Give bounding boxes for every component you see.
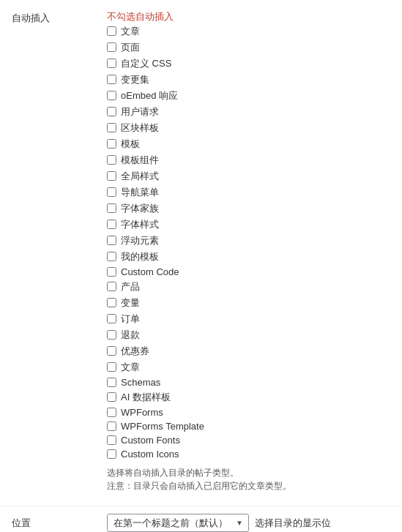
checkbox-item: 浮动元素 — [107, 233, 390, 248]
checkbox-item: 我的模板 — [107, 249, 390, 264]
checkbox-item: 产品 — [107, 279, 390, 294]
checkbox-cb_oembed[interactable] — [107, 91, 116, 100]
checkbox-cb_global_styles[interactable] — [107, 171, 116, 181]
checkbox-label-cb_float_element[interactable]: 浮动元素 — [121, 234, 159, 247]
checkbox-label-cb_user_request[interactable]: 用户请求 — [121, 105, 159, 119]
checkbox-label-cb_global_styles[interactable]: 全局样式 — [121, 170, 159, 183]
checkbox-label-cb_font_face[interactable]: 字体样式 — [121, 218, 159, 231]
checkbox-cb_ai_data[interactable] — [107, 392, 116, 402]
checkbox-cb_article[interactable] — [107, 26, 116, 36]
checkbox-item: 模板 — [107, 136, 390, 151]
position-content: 在第一个标题之前（默认）在第一个标题之后在内容开头在内容末尾 ▼ 选择目录的显示… — [107, 514, 331, 532]
position-select[interactable]: 在第一个标题之前（默认）在第一个标题之后在内容开头在内容末尾 — [107, 514, 249, 532]
checkbox-item: 文章 — [107, 23, 390, 39]
checkbox-label-cb_article[interactable]: 文章 — [121, 25, 140, 38]
checkbox-cb_article2[interactable] — [107, 362, 116, 372]
checkbox-label-cb_font_family[interactable]: 字体家族 — [121, 202, 159, 215]
checkbox-cb_order[interactable] — [107, 314, 116, 323]
checkbox-label-cb_refund[interactable]: 退款 — [121, 329, 140, 342]
no-auto-insert-text: 不勾选自动插入 — [107, 10, 390, 23]
checkbox-cb_user_request[interactable] — [107, 107, 116, 116]
checkbox-label-cb_article2[interactable]: 文章 — [121, 361, 140, 374]
checkbox-item: 页面 — [107, 40, 390, 55]
hint-text-1: 选择将自动插入目录的帖子类型。 注意：目录只会自动插入已启用它的文章类型。 — [107, 466, 390, 492]
checkbox-cb_variation[interactable] — [107, 298, 116, 307]
checkbox-cb_custom_fonts[interactable] — [107, 435, 116, 445]
checkbox-item: 自定义 CSS — [107, 56, 390, 71]
checkbox-label-cb_custom_css[interactable]: 自定义 CSS — [121, 57, 171, 70]
checkbox-label-cb_my_template[interactable]: 我的模板 — [121, 250, 159, 263]
checkbox-cb_custom_icons[interactable] — [107, 449, 116, 459]
checkbox-label-cb_order[interactable]: 订单 — [121, 312, 140, 326]
checkbox-label-cb_changeset[interactable]: 变更集 — [121, 73, 149, 86]
checkbox-cb_product[interactable] — [107, 282, 116, 291]
checkbox-item: 变量 — [107, 295, 390, 310]
checkbox-label-cb_product[interactable]: 产品 — [121, 280, 140, 293]
checkbox-item: 退款 — [107, 327, 390, 342]
checkbox-label-cb_nav_menu[interactable]: 导航菜单 — [121, 186, 159, 199]
checkbox-label-cb_wpforms[interactable]: WPForms — [121, 407, 163, 418]
checkbox-item: 变更集 — [107, 72, 390, 87]
checkbox-label-cb_template_part[interactable]: 模板组件 — [121, 154, 159, 167]
checkbox-label-cb_ai_data[interactable]: AI 数据样板 — [121, 391, 171, 404]
position-section: 位置 在第一个标题之前（默认）在第一个标题之后在内容开头在内容末尾 ▼ 选择目录… — [0, 506, 402, 532]
checkbox-item: 订单 — [107, 311, 390, 326]
checkbox-item: 导航菜单 — [107, 184, 390, 200]
checkbox-item: WPForms Template — [107, 419, 390, 432]
checkbox-label-cb_coupon[interactable]: 优惠券 — [121, 345, 149, 358]
checkbox-cb_my_template[interactable] — [107, 252, 116, 261]
auto-insert-section: 自动插入 不勾选自动插入 文章页面自定义 CSS变更集oEmbed 响应用户请求… — [0, 9, 402, 492]
checkbox-item: 字体家族 — [107, 201, 390, 216]
checkbox-item: Schemas — [107, 375, 390, 389]
checkbox-label-cb_variation[interactable]: 变量 — [121, 296, 140, 310]
checkbox-item: Custom Fonts — [107, 433, 390, 446]
checkbox-item: Custom Icons — [107, 447, 390, 460]
checkbox-cb_template[interactable] — [107, 139, 116, 149]
auto-insert-label: 自动插入 — [12, 9, 107, 25]
checkbox-item: 全局样式 — [107, 168, 390, 184]
checkbox-item: 字体样式 — [107, 217, 390, 232]
checkbox-label-cb_block_template[interactable]: 区块样板 — [121, 121, 159, 135]
checkbox-item: WPForms — [107, 405, 390, 419]
checkbox-cb_refund[interactable] — [107, 330, 116, 340]
checkbox-cb_float_element[interactable] — [107, 236, 116, 245]
position-label: 位置 — [12, 517, 107, 530]
checkbox-item: 文章 — [107, 359, 390, 375]
checkbox-label-cb_template[interactable]: 模板 — [121, 138, 140, 151]
checkbox-item: AI 数据样板 — [107, 389, 390, 405]
checkbox-cb_schemas[interactable] — [107, 378, 116, 387]
checkbox-cb_page[interactable] — [107, 42, 116, 52]
checkbox-item: oEmbed 响应 — [107, 88, 390, 103]
checkbox-cb_coupon[interactable] — [107, 346, 116, 356]
checkbox-item: 模板组件 — [107, 152, 390, 168]
checkbox-item: Custom Code — [107, 265, 390, 278]
checkbox-cb_custom_code[interactable] — [107, 267, 116, 277]
checkbox-label-cb_custom_icons[interactable]: Custom Icons — [121, 449, 179, 460]
checkbox-label-cb_custom_fonts[interactable]: Custom Fonts — [121, 435, 180, 446]
position-select-wrapper: 在第一个标题之前（默认）在第一个标题之后在内容开头在内容末尾 ▼ — [107, 514, 249, 532]
checkbox-item: 优惠券 — [107, 343, 390, 359]
checkbox-cb_custom_css[interactable] — [107, 59, 116, 68]
position-hint: 选择目录的显示位 — [255, 517, 331, 530]
checkbox-label-cb_page[interactable]: 页面 — [121, 41, 140, 54]
checkbox-label-cb_custom_code[interactable]: Custom Code — [121, 266, 179, 277]
checkbox-cb_wpforms[interactable] — [107, 408, 116, 417]
checkbox-cb_block_template[interactable] — [107, 123, 116, 132]
checkbox-cb_font_face[interactable] — [107, 220, 116, 229]
checkbox-list: 文章页面自定义 CSS变更集oEmbed 响应用户请求区块样板模板模板组件全局样… — [107, 23, 390, 460]
checkbox-cb_changeset[interactable] — [107, 75, 116, 84]
checkbox-label-cb_wpforms_template[interactable]: WPForms Template — [121, 421, 204, 432]
checkbox-cb_font_family[interactable] — [107, 203, 116, 213]
checkbox-cb_template_part[interactable] — [107, 155, 116, 165]
checkbox-label-cb_oembed[interactable]: oEmbed 响应 — [121, 89, 178, 102]
checkbox-item: 区块样板 — [107, 120, 390, 135]
checkbox-cb_nav_menu[interactable] — [107, 187, 116, 197]
checkbox-cb_wpforms_template[interactable] — [107, 422, 116, 431]
checkbox-item: 用户请求 — [107, 104, 390, 119]
checkbox-label-cb_schemas[interactable]: Schemas — [121, 377, 160, 388]
auto-insert-content: 不勾选自动插入 文章页面自定义 CSS变更集oEmbed 响应用户请求区块样板模… — [107, 9, 390, 492]
